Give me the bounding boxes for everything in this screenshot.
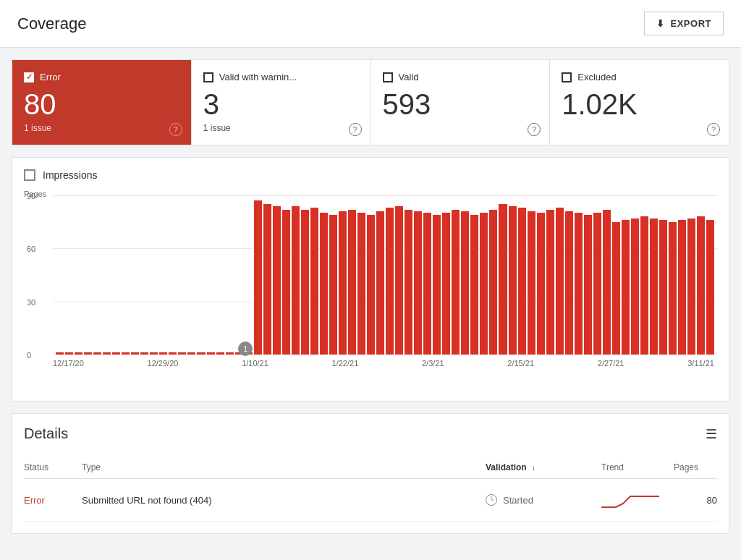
bar-item: [339, 211, 347, 355]
bar-item: [528, 211, 535, 355]
bar-item: [301, 210, 309, 355]
table-row: Error Submitted URL not found (404) Star…: [24, 479, 717, 522]
page-title: Coverage: [17, 14, 86, 33]
row-status: Error: [24, 479, 82, 522]
main-content: ✓ Error 80 1 issue ? Valid with warnin..…: [0, 48, 741, 546]
grid-label-0: 0: [27, 351, 31, 360]
export-button[interactable]: ⬇ EXPORT: [644, 12, 724, 35]
bar-item: [131, 352, 139, 355]
bar-item: [405, 210, 412, 355]
sort-arrow-icon: ↓: [532, 464, 535, 472]
bar-item: [140, 352, 148, 355]
card-valid-header: Valid: [383, 72, 538, 82]
bar-item: [263, 204, 271, 355]
bar-item: [584, 215, 592, 355]
impressions-checkbox[interactable]: [24, 169, 35, 181]
impressions-label: Impressions: [43, 169, 97, 181]
checkbox-check-icon: ✓: [26, 73, 33, 81]
bar-item: [489, 210, 497, 355]
bar-item: [254, 200, 262, 355]
impressions-row: Impressions: [24, 169, 717, 181]
bar-item: [480, 213, 488, 355]
bar-item: [386, 208, 394, 355]
bar-item: [169, 352, 177, 355]
x-axis-label: 2/27/21: [598, 359, 624, 368]
bar-item: [84, 352, 92, 355]
bar-item: [631, 219, 639, 355]
row-validation: Started: [486, 479, 601, 522]
bar-item: [575, 213, 583, 355]
bar-item: [640, 216, 648, 355]
bar-item: [499, 204, 507, 355]
bar-item: [65, 352, 73, 355]
x-axis-label: 1/22/21: [332, 359, 359, 368]
bar-item: [310, 208, 318, 355]
col-header-validation[interactable]: Validation ↓: [486, 457, 601, 479]
row-type: Submitted URL not found (404): [82, 479, 486, 522]
bar-item: [329, 215, 337, 355]
page-header: Coverage ⬇ EXPORT: [0, 0, 741, 48]
x-axis-label: 12/29/20: [148, 359, 179, 368]
card-error[interactable]: ✓ Error 80 1 issue ?: [12, 60, 192, 145]
bar-item: [348, 210, 356, 355]
col-header-status: Status: [24, 457, 82, 479]
bar-item: [103, 352, 111, 355]
bar-item: [423, 213, 431, 355]
x-axis: 12/17/2012/29/201/10/211/22/212/3/212/15…: [53, 355, 717, 368]
event-marker-1: 1: [238, 341, 253, 356]
card-error-issue: 1 issue: [24, 123, 179, 133]
bar-item: [395, 206, 403, 355]
bar-item: [282, 210, 290, 355]
col-header-trend: Trend: [601, 457, 674, 479]
card-valid-checkbox[interactable]: [383, 72, 393, 82]
bar-item: [537, 213, 545, 355]
x-axis-label: 3/11/21: [687, 359, 714, 368]
bar-item: [612, 222, 620, 355]
bar-item: [414, 211, 422, 355]
card-valid-warning-header: Valid with warnin...: [203, 72, 359, 82]
grid-label-60: 60: [27, 245, 35, 253]
bar-item: [518, 208, 526, 355]
bar-item: [556, 208, 564, 355]
card-excluded[interactable]: Excluded 1.02K ?: [550, 60, 729, 145]
card-error-checkbox[interactable]: ✓: [24, 72, 34, 82]
card-excluded-header: Excluded: [562, 72, 717, 82]
card-valid-help-icon[interactable]: ?: [528, 123, 541, 136]
x-axis-label: 2/3/21: [422, 359, 444, 368]
bar-item: [159, 352, 167, 355]
card-error-label: Error: [40, 72, 61, 82]
bar-item: [376, 211, 384, 355]
bar-item: [367, 215, 375, 355]
bar-item: [470, 215, 478, 355]
x-axis-label: 1/10/21: [242, 359, 268, 368]
bar-item: [622, 220, 630, 355]
export-label: EXPORT: [671, 18, 711, 29]
filter-icon[interactable]: ☰: [706, 426, 717, 442]
card-excluded-label: Excluded: [577, 72, 616, 82]
validation-cell: Started: [486, 494, 601, 506]
card-valid-warning-label: Valid with warnin...: [219, 72, 297, 82]
bar-item: [565, 211, 573, 355]
card-error-help-icon[interactable]: ?: [169, 123, 182, 136]
card-valid-warning-count: 3: [203, 88, 359, 120]
grid-label-30: 30: [27, 298, 35, 307]
card-valid-warning-checkbox[interactable]: [203, 72, 213, 82]
table-header: Status Type Validation ↓ Trend Pages: [24, 457, 717, 479]
export-icon: ⬇: [656, 18, 665, 29]
bar-item: [273, 206, 281, 355]
card-valid[interactable]: Valid 593 ?: [371, 60, 551, 145]
bar-item: [603, 210, 611, 355]
card-valid-warning[interactable]: Valid with warnin... 3 1 issue ?: [192, 60, 371, 145]
bar-item: [226, 352, 234, 355]
card-excluded-checkbox[interactable]: [562, 72, 572, 82]
card-valid-warning-help-icon[interactable]: ?: [349, 123, 362, 136]
card-excluded-help-icon[interactable]: ?: [707, 123, 720, 136]
col-header-pages: Pages: [674, 457, 717, 479]
clock-icon: [486, 494, 497, 506]
bar-item: [112, 352, 120, 355]
bar-item: [452, 210, 460, 355]
x-axis-label: 12/17/20: [53, 359, 84, 368]
table-body: Error Submitted URL not found (404) Star…: [24, 479, 717, 522]
col-header-type: Type: [82, 457, 486, 479]
card-valid-count: 593: [383, 88, 538, 120]
